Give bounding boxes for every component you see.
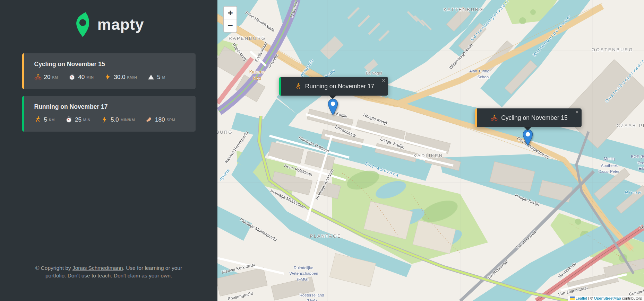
mountain-icon (147, 73, 155, 81)
stat-unit: SPM (166, 118, 175, 122)
cyclist-icon (491, 114, 498, 121)
zoom-in-button[interactable]: + (224, 7, 237, 19)
foot-icon (145, 116, 153, 123)
cadence-stat: 180 SPM (145, 116, 175, 123)
map-container[interactable]: KATTENBURGRAPENBURGOOSTENBURGKADIJKENPLA… (217, 0, 644, 301)
workout-stats: 20 KM 40 MIN 30.0 KM/H (34, 73, 186, 81)
copyright-text: © Copyright by Jonas Schmedtmann. Use fo… (27, 264, 190, 280)
stat-value: 180 (155, 116, 165, 123)
stopwatch-icon (65, 116, 72, 123)
cyclist-icon (34, 73, 42, 81)
lightning-icon (101, 116, 108, 123)
runner-icon (34, 116, 42, 123)
copyright-prefix: © Copyright by (35, 265, 72, 271)
osm-link[interactable]: OpenStreetMap (594, 296, 621, 300)
lightning-icon (104, 73, 111, 81)
elevation-stat: 5 M (147, 73, 165, 81)
workout-stats: 5 KM 25 MIN 5.0 MIN/KM (34, 116, 186, 123)
stat-value: 5 (44, 116, 47, 123)
workout-title: Cycling on November 15 (34, 61, 186, 68)
stat-unit: KM/H (127, 75, 137, 79)
logo: mapty (74, 12, 144, 37)
popup-label: Cycling on November 15 (501, 114, 568, 122)
popup-close-icon[interactable]: × (382, 78, 385, 83)
stat-unit: KM (52, 75, 58, 79)
stat-unit: MIN (83, 118, 91, 122)
stat-value: 25 (75, 116, 81, 123)
duration-stat: 40 MIN (68, 73, 94, 81)
popup-close-icon[interactable]: × (575, 109, 579, 115)
logo-text: mapty (97, 16, 144, 33)
workout-card-cycling[interactable]: Cycling on November 15 20 KM 40 MIN 3 (22, 53, 196, 89)
distance-stat: 5 KM (34, 116, 55, 123)
mapty-app: mapty Cycling on November 15 20 KM 40 MI… (0, 0, 644, 301)
stat-value: 20 (44, 74, 51, 81)
stat-value: 5 (157, 74, 160, 81)
duration-stat: 25 MIN (65, 116, 91, 123)
author-link[interactable]: Jonas Schmedtmann (72, 265, 123, 271)
zoom-control: + − (223, 6, 237, 33)
workout-title: Running on November 17 (34, 103, 186, 110)
map-pin-logo-icon (74, 12, 92, 37)
workout-list: Cycling on November 15 20 KM 40 MIN 3 (22, 53, 196, 132)
attribution-separator: | © (588, 296, 593, 300)
stat-unit: M (162, 75, 165, 79)
running-map-marker[interactable] (328, 99, 338, 115)
popup-label: Running on November 17 (305, 83, 374, 90)
running-popup: Running on November 17 × (279, 77, 388, 96)
map-attribution: Leaflet | © OpenStreetMap contributors (568, 296, 644, 301)
stat-unit: MIN (86, 75, 94, 79)
distance-stat: 20 KM (34, 73, 58, 81)
attribution-contributors: contributors (622, 296, 642, 300)
zoom-out-button[interactable]: − (224, 19, 237, 32)
pace-stat: 5.0 MIN/KM (101, 116, 135, 123)
runner-icon (295, 83, 302, 90)
stat-value: 5.0 (111, 116, 119, 123)
sidebar: mapty Cycling on November 15 20 KM 40 MI… (0, 0, 217, 301)
speed-stat: 30.0 KM/H (104, 73, 137, 81)
cycling-popup: Cycling on November 15 × (475, 108, 582, 127)
ukraine-flag-icon (570, 296, 575, 300)
workout-card-running[interactable]: Running on November 17 5 KM 25 MIN 5. (22, 96, 196, 132)
map-tiles (217, 0, 644, 301)
leaflet-link[interactable]: Leaflet (576, 296, 587, 300)
stopwatch-icon (68, 73, 76, 81)
stat-unit: MIN/KM (121, 118, 135, 122)
cycling-map-marker[interactable] (523, 129, 533, 146)
stat-value: 40 (78, 74, 85, 81)
stat-unit: KM (49, 118, 55, 122)
stat-value: 30.0 (114, 74, 125, 81)
